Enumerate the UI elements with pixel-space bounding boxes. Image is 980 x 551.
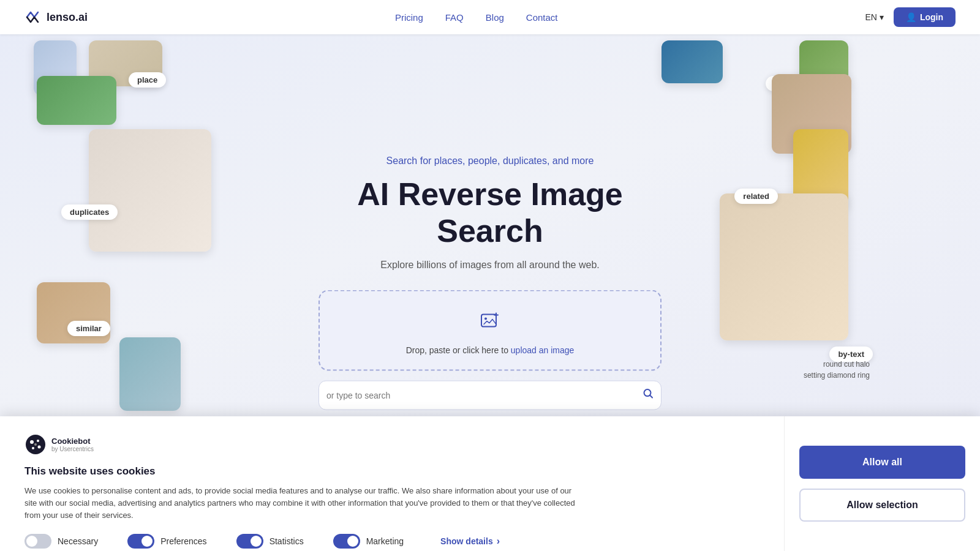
cookiebot-icon: [24, 433, 47, 455]
nav-contact[interactable]: Contact: [526, 12, 558, 23]
svg-point-4: [30, 440, 34, 444]
necessary-toggle[interactable]: [24, 534, 51, 549]
language-label: EN: [865, 12, 876, 22]
nav-blog[interactable]: Blog: [486, 12, 504, 23]
nav-pricing[interactable]: Pricing: [395, 12, 423, 23]
nav-links: Pricing FAQ Blog Contact: [395, 12, 558, 23]
logo-icon: [24, 9, 42, 26]
navbar: lenso.ai Pricing FAQ Blog Contact EN ▾ 👤…: [0, 0, 980, 34]
logo-text: lenso.ai: [47, 11, 88, 24]
marketing-toggle[interactable]: [333, 534, 360, 549]
tag-place: place: [129, 72, 166, 88]
cookie-banner: Cookiebot by Usercentrics This website u…: [0, 416, 980, 551]
nav-right: EN ▾ 👤 Login: [865, 7, 956, 27]
logo[interactable]: lenso.ai: [24, 9, 88, 26]
tag-similar: similar: [67, 321, 110, 336]
upload-dropzone[interactable]: Drop, paste or click here to upload an i…: [318, 290, 662, 370]
language-selector[interactable]: EN ▾: [865, 12, 883, 22]
floating-image-shoe: [89, 129, 211, 252]
hero-title: AI Reverse Image Search: [318, 176, 662, 250]
chevron-down-icon: ▾: [880, 12, 884, 22]
cookie-control-statistics: Statistics: [236, 534, 304, 549]
allow-selection-button[interactable]: Allow selection: [799, 489, 965, 522]
statistics-label: Statistics: [270, 536, 304, 546]
svg-point-1: [484, 317, 487, 320]
preferences-toggle[interactable]: [127, 534, 154, 549]
cookie-title: This website uses cookies: [24, 465, 760, 478]
cookiebot-brand: Cookiebot by Usercentrics: [51, 437, 94, 452]
cookie-control-marketing: Marketing: [333, 534, 404, 549]
floating-image-truck: [37, 76, 116, 125]
necessary-label: Necessary: [58, 536, 98, 546]
cookiebot-name: Cookiebot: [51, 437, 91, 446]
cookie-description: We use cookies to personalise content an…: [24, 485, 576, 522]
search-button[interactable]: [643, 388, 654, 402]
hero-description: Explore billions of images from all arou…: [318, 259, 662, 270]
svg-point-6: [38, 446, 41, 449]
login-button[interactable]: 👤 Login: [894, 7, 956, 27]
svg-point-5: [37, 440, 39, 442]
cookie-right-panel: Allow all Allow selection: [784, 416, 980, 551]
svg-point-7: [32, 447, 34, 449]
cookiebot-sub: by Usercentrics: [51, 446, 94, 452]
tag-duplicates: duplicates: [61, 204, 118, 220]
hero-content: Search for places, people, duplicates, a…: [318, 156, 662, 410]
search-input[interactable]: [326, 390, 638, 400]
search-bar: [318, 380, 662, 410]
tag-related: related: [734, 189, 778, 204]
floating-image-fish: [662, 40, 723, 83]
nav-faq[interactable]: FAQ: [445, 12, 464, 23]
upload-icon: [334, 310, 646, 337]
statistics-toggle[interactable]: [236, 534, 263, 549]
hero-subtitle: Search for places, people, duplicates, a…: [318, 156, 662, 167]
floating-image-person: [119, 337, 181, 411]
upload-link[interactable]: upload an image: [511, 345, 575, 354]
floating-image-cake: [720, 193, 848, 340]
preferences-label: Preferences: [160, 536, 206, 546]
cookie-control-preferences: Preferences: [127, 534, 206, 549]
search-term-text: round cut halosetting diamond ring: [804, 359, 870, 381]
allow-all-button[interactable]: Allow all: [799, 446, 965, 479]
svg-point-8: [34, 443, 37, 446]
chevron-right-icon: ›: [497, 536, 500, 547]
cookie-controls: Necessary Preferences Statistics: [24, 534, 760, 549]
upload-text: Drop, paste or click here to upload an i…: [334, 345, 646, 354]
user-icon: 👤: [906, 12, 916, 22]
cookie-left-panel: Cookiebot by Usercentrics This website u…: [0, 416, 784, 551]
show-details-link[interactable]: Show details ›: [440, 536, 500, 547]
marketing-label: Marketing: [366, 536, 404, 546]
cookiebot-logo: Cookiebot by Usercentrics: [24, 433, 94, 455]
cookie-control-necessary: Necessary: [24, 534, 98, 549]
